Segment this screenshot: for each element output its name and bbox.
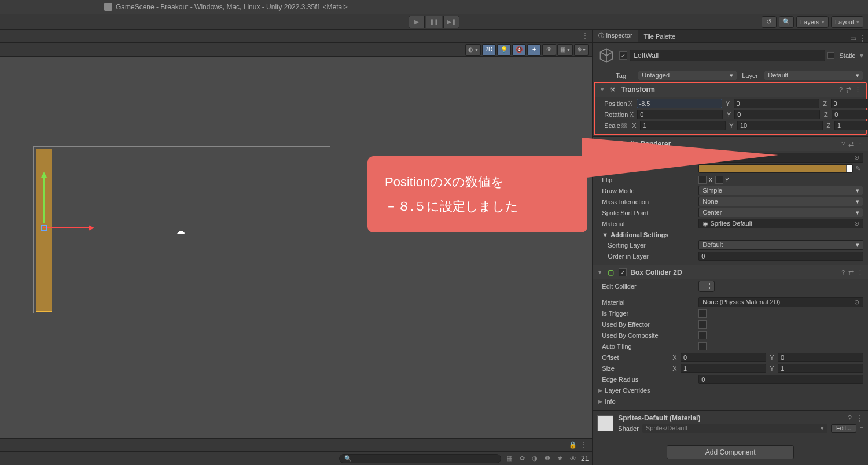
position-z-input[interactable]: [831, 99, 869, 108]
menu-icon[interactable]: ⋮: [855, 86, 861, 94]
gameobject-name-input[interactable]: [630, 50, 825, 61]
is-trigger-checkbox[interactable]: [698, 309, 707, 318]
scene-gizmos-dropdown[interactable]: ⊕ ▾: [574, 44, 589, 56]
scene-viewport[interactable]: ☁ PositionのXの数値を －８.５に設定しました: [0, 57, 592, 438]
static-label: Static: [837, 52, 858, 59]
color-field[interactable]: [698, 164, 853, 173]
rotation-z-input[interactable]: [832, 110, 868, 119]
help-icon[interactable]: ?: [839, 86, 843, 94]
additional-foldout-icon[interactable]: ▼: [602, 231, 608, 238]
material-preview[interactable]: [597, 415, 613, 431]
footer-count: 21: [581, 455, 589, 463]
scale-link-icon[interactable]: ⛓: [620, 122, 628, 129]
footer-eye-icon[interactable]: 👁: [568, 454, 578, 463]
footer-icon-5[interactable]: ★: [556, 454, 565, 463]
inspector-menu-icon[interactable]: ⋮: [859, 34, 866, 42]
size-y-input[interactable]: [778, 364, 863, 373]
edit-collider-label: Edit Collider: [597, 283, 698, 290]
menu-icon[interactable]: ⋮: [857, 269, 863, 276]
help-icon[interactable]: ?: [841, 141, 845, 148]
scene-panel-menu[interactable]: ⋮: [582, 32, 589, 40]
panel-menu-icon[interactable]: ⋮: [580, 441, 587, 449]
position-x-input[interactable]: [637, 99, 722, 108]
order-input[interactable]: [698, 252, 863, 261]
edit-collider-button[interactable]: ⛶: [698, 281, 715, 292]
mask-dropdown[interactable]: None▾: [698, 197, 863, 206]
gameobject-icon[interactable]: [597, 46, 616, 65]
static-checkbox[interactable]: [827, 52, 834, 59]
info-foldout[interactable]: ▶: [597, 398, 602, 404]
inspector-lock-icon[interactable]: ▭: [850, 34, 856, 42]
auto-tiling-checkbox[interactable]: [698, 342, 707, 350]
offset-y-input[interactable]: [778, 353, 863, 362]
shader-extra-icon[interactable]: ≡: [860, 425, 863, 432]
auto-tiling-label: Auto Tiling: [597, 343, 698, 350]
undo-history-button[interactable]: ↺: [762, 16, 777, 28]
eyedropper-icon[interactable]: ✎: [855, 165, 863, 172]
preset-icon[interactable]: ⇄: [848, 141, 854, 148]
position-y-input[interactable]: [734, 99, 819, 108]
lock-icon[interactable]: 🔒: [569, 441, 577, 449]
scene-visibility-toggle[interactable]: 👁: [542, 44, 556, 56]
gameobject-active-checkbox[interactable]: ✓: [619, 51, 627, 60]
footer-icon-3[interactable]: ◑: [530, 454, 539, 463]
edge-radius-input[interactable]: [698, 375, 863, 384]
tag-dropdown[interactable]: Untagged▾: [638, 71, 737, 80]
tab-tile-palette[interactable]: Tile Palette: [638, 31, 682, 42]
scene-lighting-toggle[interactable]: 💡: [497, 44, 511, 56]
sort-point-dropdown[interactable]: Center▾: [698, 208, 863, 217]
static-dropdown-caret[interactable]: ▾: [860, 51, 863, 60]
search-button[interactable]: 🔍: [779, 16, 794, 28]
rotation-y-input[interactable]: [734, 110, 820, 119]
sorting-layer-dropdown[interactable]: Default▾: [698, 240, 863, 250]
layout-dropdown[interactable]: Layout: [831, 16, 863, 28]
tab-inspector[interactable]: ⓘInspector: [593, 30, 638, 42]
offset-x-input[interactable]: [681, 353, 766, 362]
scale-y-input[interactable]: [737, 121, 823, 130]
step-button[interactable]: ▶❚: [443, 16, 459, 28]
camera-gizmo-icon[interactable]: ☁: [176, 226, 185, 237]
pause-button[interactable]: ❚❚: [426, 16, 442, 28]
footer-search-input[interactable]: [339, 454, 501, 463]
preset-icon[interactable]: ⇄: [848, 269, 854, 276]
shader-dropdown[interactable]: Sprites/Default ▾: [642, 424, 827, 433]
move-gizmo-origin[interactable]: [41, 225, 47, 231]
footer-icon-4[interactable]: ❶: [543, 454, 552, 463]
size-x-input[interactable]: [681, 364, 766, 373]
scene-audio-toggle[interactable]: 🔇: [512, 44, 526, 56]
help-icon[interactable]: ?: [841, 269, 845, 276]
shader-edit-button[interactable]: Edit...: [831, 424, 856, 433]
scene-camera-dropdown[interactable]: ▦ ▾: [557, 44, 573, 56]
layers-dropdown[interactable]: Layers: [796, 16, 829, 28]
rotation-x-input[interactable]: [637, 110, 723, 119]
layer-overrides-foldout[interactable]: ▶: [597, 387, 602, 393]
mat-help-icon[interactable]: ?: [848, 414, 852, 422]
scale-x-input[interactable]: [640, 121, 726, 130]
layer-dropdown[interactable]: Default▾: [764, 71, 863, 80]
draw-mode-label: Draw Mode: [597, 187, 698, 194]
scale-z-input[interactable]: [834, 121, 868, 130]
draw-mode-dropdown[interactable]: Simple▾: [698, 186, 863, 195]
footer-icon-2[interactable]: ✿: [517, 454, 527, 463]
scene-fx-toggle[interactable]: ✦: [527, 44, 541, 56]
sort-point-label: Sprite Sort Point: [597, 209, 698, 216]
scene-2d-toggle[interactable]: 2D: [482, 44, 496, 56]
menu-icon[interactable]: ⋮: [857, 141, 863, 148]
transform-header[interactable]: ▼ ⤧ Transform ?⇄⋮: [595, 83, 866, 97]
preset-icon[interactable]: ⇄: [846, 86, 851, 94]
footer-icon-1[interactable]: ▦: [505, 454, 514, 463]
add-component-button[interactable]: Add Component: [667, 445, 794, 459]
callout-line1: PositionのXの数値を: [385, 170, 570, 194]
move-gizmo-y-axis[interactable]: [43, 176, 45, 223]
move-gizmo-x-axis[interactable]: [43, 227, 90, 228]
material-field[interactable]: ◉ Sprites-Default⊙: [698, 219, 863, 228]
box-collider-enabled-checkbox[interactable]: ✓: [619, 268, 627, 276]
box-collider-header[interactable]: ▼ ▢ ✓ Box Collider 2D ?⇄⋮: [593, 265, 868, 279]
used-by-effector-checkbox[interactable]: [698, 320, 707, 329]
transform-title: Transform: [621, 86, 836, 94]
used-by-composite-checkbox[interactable]: [698, 331, 707, 339]
collider-material-field[interactable]: None (Physics Material 2D)⊙: [698, 297, 863, 307]
mat-menu-icon[interactable]: ⋮: [856, 414, 863, 422]
draw-mode-dropdown[interactable]: ◐ ▾: [465, 44, 481, 56]
play-button[interactable]: ▶: [409, 16, 425, 28]
